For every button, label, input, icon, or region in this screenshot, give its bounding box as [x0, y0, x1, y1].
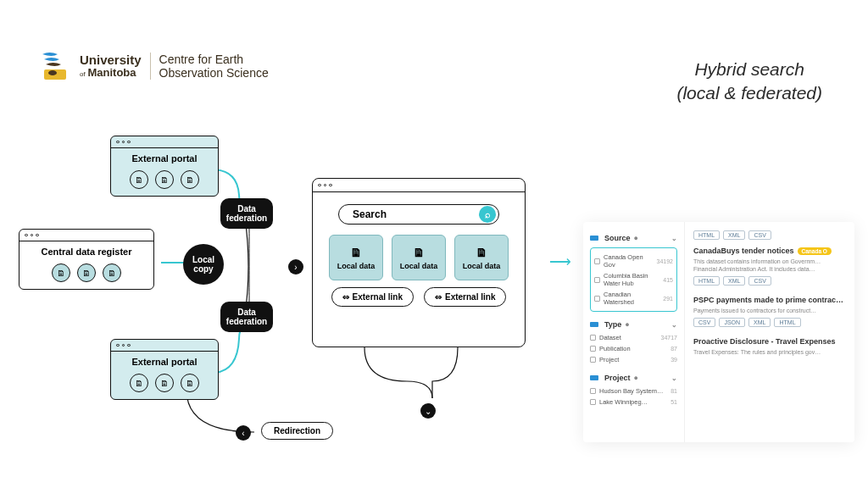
external-portal-top: External portal 🗎 🗎 🗎 [110, 136, 219, 197]
document-icon: 🗎 [155, 170, 174, 189]
format-tag[interactable]: HTML [693, 276, 720, 286]
local-data-card[interactable]: 🗎Local data [454, 235, 509, 280]
facet-item[interactable]: Dataset34717 [590, 332, 677, 343]
format-tag[interactable]: JSON [719, 318, 745, 327]
chevron-left-icon: ‹ [236, 425, 251, 441]
search-input[interactable]: Search ⌕ [338, 204, 499, 225]
external-link-button[interactable]: ⇔External link [424, 287, 506, 307]
checkbox-icon[interactable] [590, 357, 596, 363]
local-data-card[interactable]: 🗎Local data [329, 235, 383, 280]
format-tag[interactable]: XML [723, 276, 745, 286]
document-icon: 🗎 [130, 374, 148, 392]
external-link-button[interactable]: ⇔External link [331, 287, 414, 307]
document-icon: 🗎 [77, 263, 96, 282]
results-column: HTML XML CSV CanadaBuys tender noticesCa… [685, 222, 854, 442]
facet-source-header[interactable]: Source ●⌄ [590, 230, 677, 246]
page-title: Hybrid search (local & federated) [676, 58, 822, 106]
chevron-down-icon: ⌄ [671, 321, 677, 329]
checkbox-icon[interactable] [594, 258, 600, 264]
chevron-down-icon: ⌄ [671, 374, 677, 382]
format-tag[interactable]: XML [748, 318, 771, 327]
redirection-label: Redirection [261, 422, 333, 440]
logo-centre-name: Centre for Earth Observation Science [159, 53, 269, 80]
result-item[interactable]: PSPC payments made to prime contrac… Pay… [693, 296, 846, 327]
chevron-right-icon: › [288, 259, 303, 274]
search-icon[interactable]: ⌕ [479, 206, 496, 223]
document-icon: 🗎 [52, 263, 70, 282]
result-item[interactable]: Proactive Disclosure - Travel Expenses T… [693, 337, 846, 356]
chevron-down-icon: ⌄ [420, 403, 436, 419]
format-tag[interactable]: CSV [748, 276, 771, 286]
data-federation-label: Data federation [220, 198, 273, 229]
arrow-right-icon: ⟶ [549, 252, 571, 271]
checkbox-icon[interactable] [590, 388, 596, 394]
document-icon: 🗎 [350, 246, 362, 259]
org-logo: University of Manitoba Centre for Earth … [41, 49, 269, 83]
facet-item[interactable]: Hudson Bay System…81 [590, 385, 677, 396]
facet-item[interactable]: Project39 [590, 354, 677, 365]
link-icon: ⇔ [435, 292, 442, 302]
format-tag[interactable]: CSV [748, 230, 771, 240]
source-badge: Canada O [798, 247, 832, 255]
facet-item[interactable]: Publication87 [590, 343, 677, 354]
facet-sidebar: Source ●⌄ Canada Open Gov34192 Columbia … [583, 222, 685, 442]
document-icon: 🗎 [413, 246, 425, 259]
checkbox-icon[interactable] [594, 277, 600, 283]
facet-item[interactable]: Canada Open Gov34192 [594, 252, 673, 270]
format-tag[interactable]: HTML [774, 318, 800, 327]
local-data-card[interactable]: 🗎Local data [392, 235, 446, 280]
checkbox-icon[interactable] [594, 296, 600, 302]
svg-point-1 [48, 70, 57, 75]
checkbox-icon[interactable] [590, 346, 596, 352]
document-icon: 🗎 [476, 246, 487, 259]
format-tag[interactable]: CSV [693, 318, 715, 327]
document-icon: 🗎 [103, 263, 121, 282]
logo-divider [150, 53, 151, 80]
search-portal-window: Search ⌕ 🗎Local data 🗎Local data 🗎Local … [312, 178, 526, 347]
facet-item[interactable]: Lake Winnipeg…51 [590, 396, 677, 408]
document-icon: 🗎 [181, 170, 199, 189]
logo-university-name: University of Manitoba [80, 53, 142, 78]
external-portal-bottom: External portal 🗎 🗎 🗎 [110, 339, 219, 400]
document-icon: 🗎 [130, 170, 148, 189]
checkbox-icon[interactable] [590, 335, 596, 341]
data-federation-label: Data federation [220, 302, 273, 332]
architecture-diagram: External portal 🗎 🗎 🗎 Central data regis… [17, 136, 551, 466]
checkbox-icon[interactable] [590, 399, 596, 405]
result-item[interactable]: CanadaBuys tender noticesCanada O This d… [693, 247, 846, 286]
facet-project-header[interactable]: Project ●⌄ [590, 370, 677, 385]
format-tag[interactable]: HTML [693, 230, 720, 240]
local-copy-label: Local copy [183, 244, 224, 285]
document-icon: 🗎 [181, 374, 199, 392]
result-screenshot: Source ●⌄ Canada Open Gov34192 Columbia … [583, 222, 854, 442]
logo-mark-icon [41, 49, 71, 83]
document-icon: 🗎 [155, 374, 174, 392]
central-data-register: Central data register 🗎 🗎 🗎 [19, 229, 154, 290]
facet-type-header[interactable]: Type ●⌄ [590, 317, 677, 332]
facet-item[interactable]: Canadian Watershed291 [594, 289, 673, 308]
facet-item[interactable]: Columbia Basin Water Hub415 [594, 270, 673, 289]
link-icon: ⇔ [342, 292, 349, 302]
chevron-down-icon: ⌄ [671, 235, 677, 242]
format-tag[interactable]: XML [723, 230, 745, 240]
